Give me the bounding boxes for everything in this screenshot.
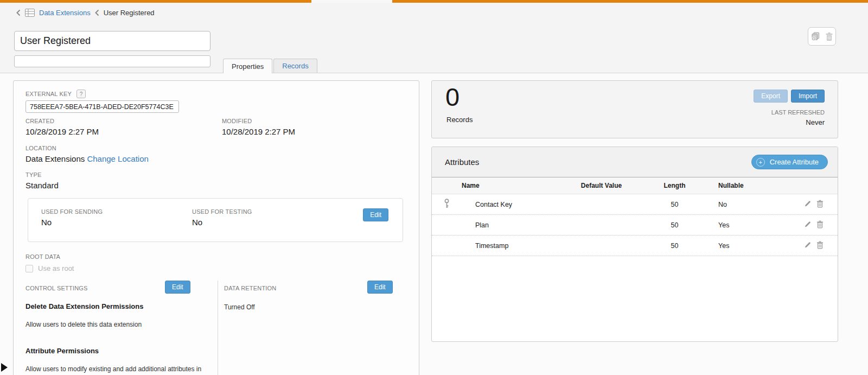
- location-value: Data Extensions: [25, 154, 85, 163]
- edit-attribute-icon[interactable]: [804, 200, 812, 209]
- export-button[interactable]: Export: [754, 90, 788, 103]
- used-for-testing-value: No: [192, 218, 252, 227]
- delete-permissions-desc: Allow users to delete this data extensio…: [25, 321, 142, 328]
- help-icon[interactable]: ?: [76, 90, 86, 98]
- extension-description-input[interactable]: [14, 55, 210, 67]
- edit-attribute-icon[interactable]: [804, 220, 812, 230]
- external-key-input[interactable]: [25, 100, 179, 113]
- key-icon: [444, 199, 450, 211]
- attribute-length: 50: [643, 201, 706, 208]
- attribute-permissions-desc: Allow users to modify existing and add a…: [25, 365, 201, 373]
- created-value: 10/28/2019 2:27 PM: [25, 127, 222, 136]
- breadcrumb-parent-link[interactable]: Data Extensions: [39, 9, 91, 17]
- import-button[interactable]: Import: [791, 90, 825, 103]
- page-header: Data Extensions User Registered Properti…: [0, 3, 868, 73]
- type-value: Standard: [25, 181, 59, 190]
- create-attribute-label: Create Attribute: [770, 158, 819, 166]
- settings-divider: [218, 281, 218, 375]
- settings-area: CONTROL SETTINGS Edit DATA RETENTION Edi…: [25, 279, 408, 375]
- used-for-sending-label: USED FOR SENDING: [41, 208, 103, 215]
- page-body: EXTERNAL KEY ? CREATED 10/28/2019 2:27 P…: [0, 74, 868, 375]
- edit-data-retention-button[interactable]: Edit: [367, 281, 393, 294]
- edit-attribute-icon[interactable]: [804, 241, 812, 251]
- records-label: Records: [446, 116, 473, 124]
- use-as-root-checkbox[interactable]: [25, 265, 33, 272]
- properties-panel: EXTERNAL KEY ? CREATED 10/28/2019 2:27 P…: [13, 80, 419, 375]
- column-nullable: Nullable: [706, 182, 768, 189]
- breadcrumb: Data Extensions User Registered: [16, 7, 155, 18]
- attribute-length: 50: [643, 242, 706, 250]
- control-settings-label: CONTROL SETTINGS: [25, 285, 88, 291]
- attribute-name: Timestamp: [475, 242, 559, 250]
- tab-records[interactable]: Records: [273, 59, 317, 73]
- root-data-label: ROOT DATA: [25, 253, 60, 260]
- delete-attribute-icon[interactable]: [816, 200, 824, 209]
- table-row: Plan 50 Yes: [432, 215, 838, 236]
- edit-sending-button[interactable]: Edit: [363, 208, 388, 221]
- column-default-value: Default Value: [559, 182, 643, 189]
- attribute-nullable: Yes: [706, 242, 768, 250]
- attribute-nullable: No: [706, 201, 768, 208]
- tab-properties[interactable]: Properties: [223, 59, 272, 73]
- table-row: Contact Key 50 No: [432, 194, 838, 215]
- used-for-sending-value: No: [41, 218, 103, 227]
- expand-arrow[interactable]: [1, 363, 8, 372]
- created-label: CREATED: [25, 118, 222, 124]
- breadcrumb-current: User Registered: [104, 9, 155, 17]
- duplicate-icon[interactable]: [810, 32, 820, 41]
- change-location-link[interactable]: Change Location: [87, 154, 148, 163]
- attribute-name: Contact Key: [475, 201, 559, 208]
- used-for-testing-label: USED FOR TESTING: [192, 208, 252, 215]
- edit-control-settings-button[interactable]: Edit: [165, 281, 190, 294]
- modified-value: 10/28/2019 2:27 PM: [222, 127, 418, 136]
- last-refreshed-value: Never: [806, 118, 825, 126]
- attribute-length: 50: [643, 221, 706, 229]
- header-action-group: [808, 27, 836, 46]
- back-chevron-icon[interactable]: [16, 9, 21, 16]
- create-attribute-button[interactable]: + Create Attribute: [751, 155, 828, 169]
- attributes-table-body: Contact Key 50 No: [432, 194, 838, 256]
- breadcrumb-separator-icon: [95, 9, 99, 16]
- tab-row: Properties Records: [223, 59, 317, 73]
- extension-name-input[interactable]: [14, 31, 210, 51]
- column-name: Name: [462, 182, 559, 189]
- column-length: Length: [643, 182, 706, 189]
- plus-icon: +: [756, 158, 765, 167]
- attributes-title: Attributes: [445, 157, 479, 167]
- data-retention-value: Turned Off: [224, 303, 255, 311]
- modified-label: MODIFIED: [222, 118, 418, 124]
- last-refreshed-label: LAST REFRESHED: [771, 109, 825, 116]
- attribute-nullable: Yes: [706, 221, 768, 229]
- attribute-name: Plan: [475, 221, 559, 229]
- type-label: TYPE: [25, 171, 59, 178]
- use-as-root-label: Use as root: [38, 264, 74, 272]
- records-count: 0: [445, 82, 459, 112]
- location-label: LOCATION: [25, 145, 149, 151]
- attribute-permissions-title: Attribute Permissions: [25, 347, 99, 355]
- records-card: 0 Records Export Import LAST REFRESHED N…: [431, 80, 838, 138]
- data-retention-label: DATA RETENTION: [224, 285, 277, 291]
- delete-permissions-title: Delete Data Extension Permissions: [25, 302, 143, 310]
- sending-settings-box: USED FOR SENDING No USED FOR TESTING No …: [28, 198, 403, 242]
- table-row: Timestamp 50 Yes: [432, 236, 838, 256]
- external-key-label: EXTERNAL KEY: [25, 91, 72, 97]
- delete-attribute-icon[interactable]: [816, 220, 824, 230]
- attributes-panel: Attributes + Create Attribute Name Defau…: [431, 147, 838, 342]
- delete-extension-icon[interactable]: [825, 32, 833, 41]
- data-extension-table-icon: [25, 9, 35, 17]
- delete-attribute-icon[interactable]: [816, 241, 824, 251]
- attributes-table-header: Name Default Value Length Nullable: [432, 177, 838, 194]
